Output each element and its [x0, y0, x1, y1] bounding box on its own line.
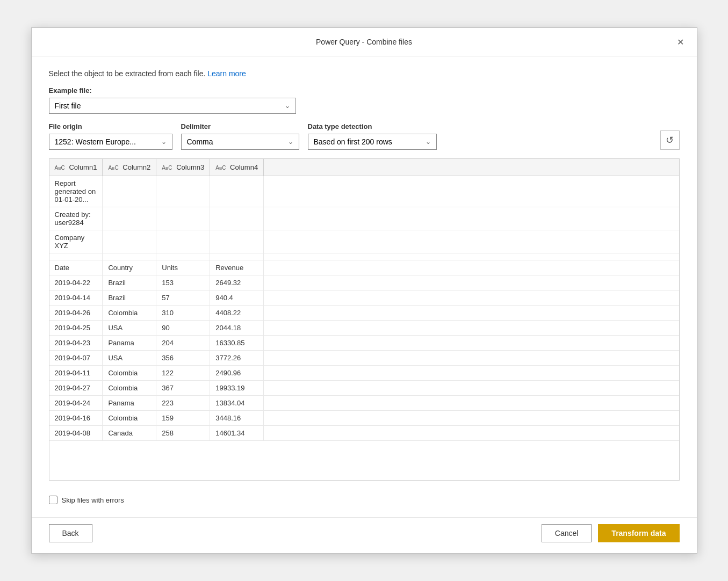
cell-empty [264, 253, 679, 260]
col-header-1: ABC Column1 [49, 159, 103, 176]
cell-r4-c0: Date [49, 260, 103, 275]
cell-r5-c0: 2019-04-22 [49, 275, 103, 290]
cell-empty [264, 207, 679, 230]
cell-r6-c3: 940.4 [210, 290, 264, 306]
title-bar: Power Query - Combine files ✕ [32, 28, 697, 56]
table-row: 2019-04-22Brazil1532649.32 [49, 275, 679, 290]
table-row: 2019-04-23Panama20416330.85 [49, 336, 679, 351]
cell-r7-c1: Colombia [103, 306, 156, 321]
col-header-3: ABC Column3 [156, 159, 210, 176]
table-row: Created by: user9284 [49, 207, 679, 230]
table-scroll-wrapper[interactable]: ABC Column1 ABC Column2 ABC Column3 [49, 159, 679, 480]
cell-r15-c3: 14601.34 [210, 426, 264, 441]
cell-empty [264, 260, 679, 275]
cell-r9-c1: Panama [103, 336, 156, 351]
col-header-empty [264, 159, 679, 176]
cell-r0-c1 [103, 176, 156, 207]
cell-r5-c1: Brazil [103, 275, 156, 290]
cell-r2-c2 [156, 230, 210, 253]
cell-empty [264, 351, 679, 366]
cell-r7-c2: 310 [156, 306, 210, 321]
cell-empty [264, 381, 679, 396]
col4-icon: ABC [215, 165, 226, 171]
cell-r12-c3: 19933.19 [210, 381, 264, 396]
example-file-label: Example file: [49, 86, 680, 95]
delimiter-label: Delimiter [181, 122, 299, 130]
col4-name: Column4 [230, 163, 258, 171]
table-row: DateCountryUnitsRevenue [49, 260, 679, 275]
footer-row: Skip files with errors [49, 489, 680, 509]
file-origin-value: 1252: Western Europe... [55, 137, 136, 146]
cell-r15-c0: 2019-04-08 [49, 426, 103, 441]
example-file-section: Example file: First file ⌄ [49, 86, 680, 114]
cell-r9-c0: 2019-04-23 [49, 336, 103, 351]
cell-r0-c2 [156, 176, 210, 207]
cell-r7-c3: 4408.22 [210, 306, 264, 321]
cancel-button[interactable]: Cancel [542, 524, 592, 542]
cell-r11-c2: 122 [156, 366, 210, 381]
cell-r0-c3 [210, 176, 264, 207]
cell-empty [264, 230, 679, 253]
cell-empty [264, 396, 679, 411]
skip-files-checkbox[interactable] [49, 496, 57, 504]
cell-r14-c3: 3448.16 [210, 411, 264, 426]
table-row: 2019-04-25USA902044.18 [49, 321, 679, 336]
cell-r1-c2 [156, 207, 210, 230]
learn-more-link[interactable]: Learn more [207, 69, 246, 78]
skip-files-label[interactable]: Skip files with errors [49, 496, 124, 504]
delimiter-arrow: ⌄ [288, 138, 293, 146]
cell-empty [264, 176, 679, 207]
cell-r15-c1: Canada [103, 426, 156, 441]
data-type-detection-value: Based on first 200 rows [314, 137, 392, 146]
cell-r7-c0: 2019-04-26 [49, 306, 103, 321]
cell-r14-c0: 2019-04-16 [49, 411, 103, 426]
cell-r8-c0: 2019-04-25 [49, 321, 103, 336]
cell-r3-c0 [49, 253, 103, 260]
cell-r2-c0: Company XYZ [49, 230, 103, 253]
cell-r14-c2: 159 [156, 411, 210, 426]
example-file-dropdown[interactable]: First file ⌄ [49, 98, 296, 114]
cell-r6-c1: Brazil [103, 290, 156, 306]
table-row: 2019-04-11Colombia1222490.96 [49, 366, 679, 381]
table-row: 2019-04-14Brazil57940.4 [49, 290, 679, 306]
table-body: Report generated on 01-01-20...Created b… [49, 176, 679, 441]
cell-r3-c2 [156, 253, 210, 260]
cell-r13-c3: 13834.04 [210, 396, 264, 411]
cell-r13-c2: 223 [156, 396, 210, 411]
close-button[interactable]: ✕ [673, 34, 688, 49]
file-origin-dropdown[interactable]: 1252: Western Europe... ⌄ [49, 134, 172, 150]
cell-r12-c1: Colombia [103, 381, 156, 396]
cell-r10-c3: 3772.26 [210, 351, 264, 366]
delimiter-group: Delimiter Comma ⌄ [181, 122, 299, 150]
cell-r3-c3 [210, 253, 264, 260]
refresh-button[interactable]: ↺ [660, 130, 680, 150]
description-row: Select the object to be extracted from e… [49, 69, 680, 78]
cell-empty [264, 321, 679, 336]
table-row: Company XYZ [49, 230, 679, 253]
table-row: 2019-04-24Panama22313834.04 [49, 396, 679, 411]
cell-r1-c0: Created by: user9284 [49, 207, 103, 230]
dialog-body: Select the object to be extracted from e… [32, 56, 697, 517]
example-file-arrow: ⌄ [285, 102, 290, 110]
cell-r3-c1 [103, 253, 156, 260]
cell-empty [264, 366, 679, 381]
transform-data-button[interactable]: Transform data [598, 524, 679, 542]
cell-r12-c2: 367 [156, 381, 210, 396]
options-row: File origin 1252: Western Europe... ⌄ De… [49, 122, 680, 150]
cell-r13-c0: 2019-04-24 [49, 396, 103, 411]
col1-name: Column1 [69, 163, 97, 171]
cell-r15-c2: 258 [156, 426, 210, 441]
cell-empty [264, 426, 679, 441]
cell-r0-c0: Report generated on 01-01-20... [49, 176, 103, 207]
cell-r1-c3 [210, 207, 264, 230]
data-type-detection-label: Data type detection [308, 122, 437, 130]
table-header: ABC Column1 ABC Column2 ABC Column3 [49, 159, 679, 176]
table-row: 2019-04-26Colombia3104408.22 [49, 306, 679, 321]
cell-r13-c1: Panama [103, 396, 156, 411]
delimiter-dropdown[interactable]: Comma ⌄ [181, 134, 299, 150]
cell-empty [264, 306, 679, 321]
data-type-detection-dropdown[interactable]: Based on first 200 rows ⌄ [308, 134, 437, 150]
back-button[interactable]: Back [49, 524, 92, 542]
table-row [49, 253, 679, 260]
cell-r12-c0: 2019-04-27 [49, 381, 103, 396]
